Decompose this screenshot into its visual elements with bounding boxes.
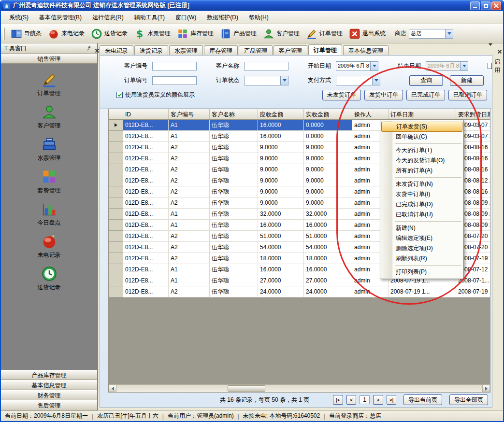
order-no-input[interactable] — [152, 76, 197, 85]
tab-2[interactable]: 水票管理 — [169, 45, 203, 55]
menu-item-basic-info[interactable]: 基本信息管理(B) — [34, 11, 87, 24]
sidebar-item-water-tickets[interactable]: 水票管理 — [1, 135, 97, 163]
menu-item-aux-tools[interactable]: 辅助工具(T) — [129, 11, 170, 24]
store-select[interactable]: 总店 — [409, 29, 453, 39]
context-menu-item-8[interactable]: 发货中订单(I) — [380, 189, 463, 199]
context-menu-item-15[interactable]: 刷新列表(R) — [380, 253, 463, 264]
toolbar-button-order[interactable]: 订单管理 — [303, 26, 345, 42]
context-menu-item-14[interactable]: 删除选定项(D) — [380, 243, 463, 253]
menu-item-run-info[interactable]: 运行信息(R) — [87, 11, 129, 24]
row-selector[interactable] — [109, 253, 123, 264]
tab-6[interactable]: 订单管理 — [308, 44, 342, 55]
context-menu-item-1[interactable]: 回单确认(C) — [380, 132, 463, 142]
scrollbar-thumb[interactable] — [228, 385, 265, 392]
order-status-select[interactable] — [244, 76, 288, 85]
row-selector[interactable] — [109, 275, 123, 286]
sidebar-item-delivery-records[interactable]: 送货记录 — [1, 265, 97, 293]
sidebar-item-daily-check[interactable]: 今日盘点 — [1, 200, 97, 228]
row-selector[interactable] — [109, 142, 123, 153]
table-row[interactable]: 012D-E8...A2伍华聪24.000024.0000admin2008-0… — [109, 286, 490, 297]
context-menu-item-10[interactable]: 已取消订单(U) — [380, 210, 463, 220]
new-button[interactable]: 新建 — [450, 75, 484, 86]
toolbar-button-exit[interactable]: 退出系统 — [346, 26, 388, 42]
row-selector[interactable] — [109, 131, 123, 142]
toolbar-button-clock[interactable]: 送货记录 — [88, 26, 130, 42]
tab-1[interactable]: 送货记录 — [134, 45, 168, 55]
tab-7[interactable]: 基本信息管理 — [343, 45, 389, 55]
sidebar-section-sales[interactable]: 销售管理 — [1, 54, 97, 64]
horizontal-scrollbar[interactable] — [109, 384, 490, 392]
toolbar-button-call[interactable]: 来电记录 — [45, 26, 87, 42]
sidebar-section-product-inventory[interactable]: 产品库存管理 — [1, 370, 97, 380]
row-selector[interactable] — [109, 242, 123, 253]
row-selector[interactable] — [109, 153, 123, 164]
scroll-left-icon[interactable] — [109, 385, 116, 392]
context-menu-item-9[interactable]: 已完成订单(D) — [380, 199, 463, 210]
next-page-button[interactable]: > — [373, 395, 383, 405]
chevron-down-icon[interactable] — [445, 29, 453, 38]
menu-item-system[interactable]: 系统(S) — [4, 11, 34, 24]
tab-3[interactable]: 库存管理 — [204, 45, 238, 55]
column-header-2[interactable]: 客户名称 — [210, 109, 258, 119]
sidebar-item-packages[interactable]: 套餐管理 — [1, 168, 97, 196]
completed-orders-button[interactable]: 已完成订单 — [406, 90, 445, 100]
cancelled-orders-button[interactable]: 已取消订单 — [448, 90, 487, 100]
maximize-button[interactable] — [481, 1, 490, 10]
column-header-1[interactable]: 客户编号 — [169, 109, 210, 119]
row-selector[interactable] — [109, 264, 123, 275]
toolbar-button-inventory[interactable]: 库存管理 — [174, 26, 216, 42]
start-date-picker[interactable]: 2009年 6月 8日 — [336, 61, 378, 71]
toolbar-button-dollar[interactable]: $水票管理 — [131, 26, 173, 42]
enable-checkbox[interactable] — [488, 63, 492, 69]
menu-item-window[interactable]: 窗口(W) — [170, 11, 202, 24]
context-menu-item-3[interactable]: 今天的订单(T) — [380, 145, 463, 155]
sidebar-section-finance[interactable]: 财务管理 — [1, 390, 97, 400]
column-header-0[interactable]: ID — [123, 109, 169, 119]
color-display-checkbox[interactable] — [116, 92, 123, 98]
toolbar-button-product[interactable]: 产品管理 — [217, 26, 259, 42]
chevron-down-icon[interactable] — [489, 46, 492, 53]
row-selector[interactable] — [109, 220, 123, 231]
column-header-7[interactable]: 要求到货日期 — [456, 109, 490, 119]
context-menu-item-17[interactable]: 打印列表(P) — [380, 267, 463, 277]
scrollbar-track[interactable] — [116, 385, 482, 392]
scroll-right-icon[interactable] — [482, 385, 490, 392]
customer-no-input[interactable] — [152, 62, 197, 70]
row-selector[interactable] — [109, 209, 123, 220]
customer-name-input[interactable] — [244, 62, 288, 70]
tab-0[interactable]: 来电记录 — [100, 45, 133, 55]
prev-page-button[interactable]: < — [346, 395, 357, 405]
row-selector[interactable] — [109, 231, 123, 242]
unshipped-orders-button[interactable]: 未发货订单 — [322, 90, 361, 100]
toolbar-button-customer[interactable]: 客户管理 — [260, 26, 302, 42]
minimize-button[interactable] — [470, 1, 480, 10]
context-menu-item-13[interactable]: 编辑选定项(E) — [380, 233, 463, 243]
row-selector[interactable] — [109, 175, 123, 186]
row-selector[interactable] — [109, 197, 123, 209]
sidebar-section-basic-info[interactable]: 基本信息管理 — [1, 380, 97, 390]
shipping-orders-button[interactable]: 发货中订单 — [364, 90, 403, 100]
toolbar-grip[interactable] — [3, 28, 5, 40]
tab-5[interactable]: 客户管理 — [274, 45, 307, 55]
sidebar-item-call-records[interactable]: 来电记录 — [1, 232, 97, 260]
column-header-5[interactable]: 操作人 — [352, 109, 389, 119]
last-page-button[interactable]: >| — [387, 395, 397, 405]
column-header-3[interactable]: 应收金额 — [258, 109, 304, 119]
context-menu-item-5[interactable]: 所有的订单(A) — [380, 166, 463, 176]
close-button[interactable] — [491, 1, 501, 10]
pay-method-select[interactable] — [336, 76, 380, 85]
row-selector[interactable] — [109, 186, 123, 197]
sidebar-section-after-sales[interactable]: 售后管理 — [1, 400, 97, 410]
query-button[interactable]: 查询 — [409, 75, 443, 86]
column-header-4[interactable]: 实收金额 — [304, 109, 352, 119]
chevron-down-icon[interactable] — [372, 76, 380, 85]
context-menu-item-0[interactable]: 订单发货(S) — [381, 122, 462, 132]
chevron-down-icon[interactable] — [280, 76, 288, 85]
sidebar-item-customers[interactable]: 客户管理 — [1, 103, 97, 131]
menu-item-data-maint[interactable]: 数据维护(D) — [202, 11, 244, 24]
menu-item-help[interactable]: 帮助(H) — [244, 11, 274, 24]
context-menu-item-12[interactable]: 新建(N) — [380, 223, 463, 233]
context-menu-item-4[interactable]: 今天的发货订单(O) — [380, 155, 463, 166]
page-number-input[interactable]: 1 — [360, 395, 370, 404]
column-header-6[interactable]: 订单日期 — [389, 109, 456, 119]
